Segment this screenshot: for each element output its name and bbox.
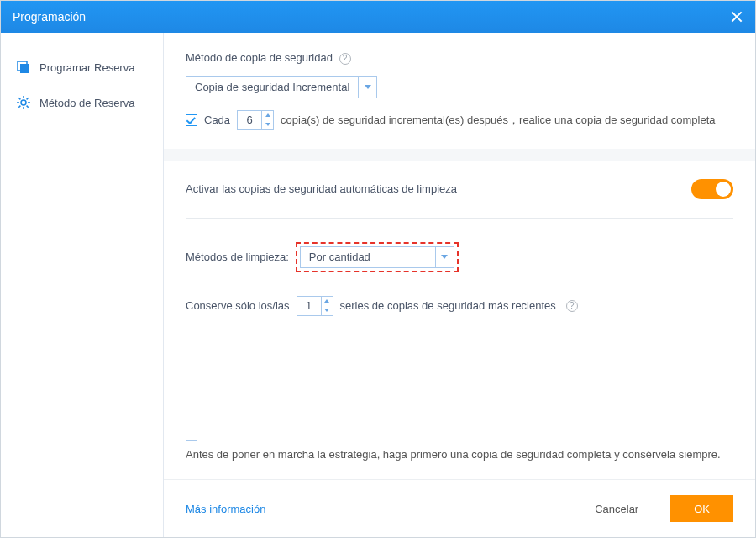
spinner-down-icon[interactable]: [322, 306, 333, 315]
cada-checkbox[interactable]: [186, 114, 197, 126]
gear-icon: [16, 95, 31, 110]
backup-method-panel: Método de copia de seguridad ? Copia de …: [164, 33, 755, 149]
clean-method-row: Métodos de limpieza: Por cantidad: [186, 242, 733, 272]
cancel-button[interactable]: Cancelar: [571, 495, 662, 522]
backup-method-label: Método de copia de seguridad: [186, 51, 333, 64]
divider: [186, 218, 733, 219]
spinner-buttons: [261, 111, 273, 129]
auto-clean-row: Activar las copias de seguridad automáti…: [186, 179, 733, 199]
svg-line-7: [18, 98, 20, 99]
body: Programar Reserva Método de Reserva Méto…: [1, 33, 755, 537]
spinner-up-icon[interactable]: [322, 297, 333, 306]
auto-clean-toggle[interactable]: [691, 179, 733, 199]
svg-rect-1: [20, 64, 29, 73]
keep-row: Conserve sólo los/las series de copias d…: [186, 296, 733, 316]
auto-clean-label: Activar las copias de seguridad automáti…: [186, 182, 457, 195]
clean-method-value: Por cantidad: [301, 251, 435, 263]
help-icon[interactable]: ?: [566, 300, 578, 312]
content-area: Método de copia de seguridad ? Copia de …: [164, 33, 755, 479]
backup-method-label-row: Método de copia de seguridad ?: [186, 51, 733, 65]
keep-suffix: series de copias de seguridad más recien…: [340, 299, 556, 312]
backup-method-value: Copia de seguridad Incremental: [186, 81, 358, 93]
strategy-note: Antes de poner en marcha la estrategia, …: [186, 448, 721, 461]
svg-point-2: [21, 100, 26, 105]
spinner-down-icon[interactable]: [262, 120, 273, 129]
close-icon[interactable]: [730, 10, 743, 24]
window-title: Programación: [13, 10, 86, 24]
ok-button[interactable]: OK: [670, 495, 733, 522]
calendar-icon: [16, 60, 31, 75]
backup-method-select[interactable]: Copia de seguridad Incremental: [186, 76, 377, 98]
svg-line-9: [18, 106, 20, 108]
keep-spinner[interactable]: [297, 296, 333, 316]
footer: Más información Cancelar OK: [164, 479, 755, 537]
sidebar-item-label: Método de Reserva: [39, 97, 134, 109]
cada-spinner[interactable]: [237, 110, 274, 130]
cada-label: Cada: [204, 113, 230, 126]
strategy-checkbox[interactable]: [186, 430, 197, 441]
main: Método de copia de seguridad ? Copia de …: [164, 33, 755, 537]
spinner-up-icon[interactable]: [262, 111, 273, 120]
chevron-down-icon: [435, 247, 454, 267]
help-icon[interactable]: ?: [339, 53, 351, 65]
sidebar-item-method[interactable]: Método de Reserva: [1, 85, 163, 120]
chevron-down-icon: [358, 77, 376, 98]
clean-method-select[interactable]: Por cantidad: [300, 246, 454, 268]
more-info-link[interactable]: Más información: [186, 503, 265, 515]
highlight-box: Por cantidad: [296, 242, 459, 272]
cada-row: Cada copia(s) de seguridad incremental(e…: [186, 110, 733, 130]
strategy-note-row: Antes de poner en marcha la estrategia, …: [186, 430, 733, 461]
button-group: Cancelar OK: [571, 495, 733, 522]
cleanup-panel: Activar las copias de seguridad automáti…: [164, 161, 755, 479]
cada-input[interactable]: [238, 111, 261, 129]
sidebar-item-label: Programar Reserva: [39, 61, 134, 74]
sidebar: Programar Reserva Método de Reserva: [1, 33, 164, 537]
titlebar: Programación: [1, 1, 755, 33]
sidebar-item-schedule[interactable]: Programar Reserva: [1, 50, 163, 85]
cada-suffix: copia(s) de seguridad incremental(es) de…: [281, 113, 715, 128]
keep-prefix: Conserve sólo los/las: [186, 299, 290, 312]
spinner-buttons: [321, 297, 333, 315]
clean-method-label: Métodos de limpieza:: [186, 251, 289, 263]
svg-line-10: [27, 98, 29, 99]
svg-line-8: [27, 106, 29, 108]
keep-input[interactable]: [297, 297, 321, 315]
